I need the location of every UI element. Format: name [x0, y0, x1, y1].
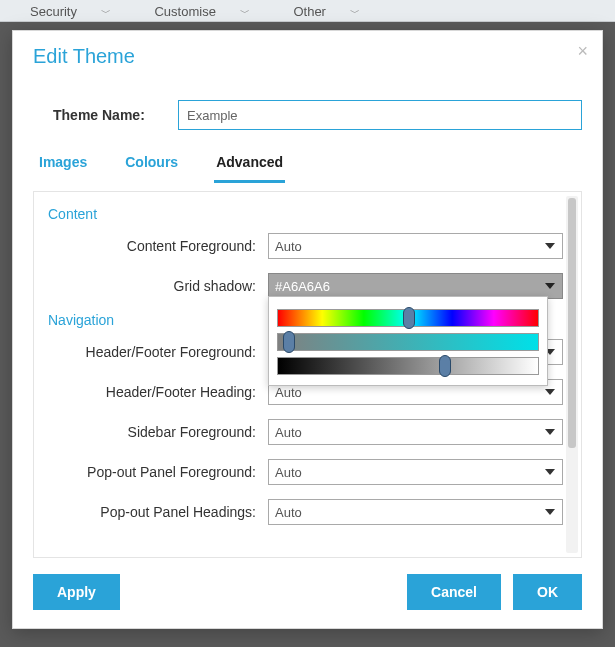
- cancel-button[interactable]: Cancel: [407, 574, 501, 610]
- content-foreground-select[interactable]: Auto: [268, 233, 563, 259]
- ok-button[interactable]: OK: [513, 574, 582, 610]
- dialog-title: Edit Theme: [33, 45, 582, 68]
- field-sidebar-foreground: Sidebar Foreground: Auto: [42, 412, 563, 452]
- scrollbar-thumb[interactable]: [568, 198, 576, 448]
- field-popout-panel-foreground: Pop-out Panel Foreground: Auto: [42, 452, 563, 492]
- popout-panel-foreground-select[interactable]: Auto: [268, 459, 563, 485]
- color-picker-popover: [268, 296, 548, 386]
- lightness-handle[interactable]: [439, 355, 451, 377]
- theme-name-input[interactable]: [178, 100, 582, 130]
- field-label: Grid shadow:: [42, 278, 268, 294]
- edit-theme-dialog: Edit Theme × Theme Name: Images Colours …: [12, 30, 603, 629]
- field-content-foreground: Content Foreground: Auto: [42, 226, 563, 266]
- apply-button[interactable]: Apply: [33, 574, 120, 610]
- popout-panel-headings-select[interactable]: Auto: [268, 499, 563, 525]
- advanced-panel: Content Content Foreground: Auto Grid sh…: [33, 191, 582, 558]
- field-label: Header/Footer Foreground:: [42, 344, 268, 360]
- dialog-body: Theme Name: Images Colours Advanced Cont…: [13, 76, 602, 558]
- tab-colours[interactable]: Colours: [123, 148, 180, 183]
- dialog-header: Edit Theme ×: [13, 31, 602, 76]
- sidebar-foreground-select[interactable]: Auto: [268, 419, 563, 445]
- field-label: Pop-out Panel Foreground:: [42, 464, 268, 480]
- close-icon[interactable]: ×: [577, 41, 588, 62]
- theme-name-row: Theme Name:: [33, 100, 582, 130]
- bg-nav-item: Customise ﹀: [134, 0, 269, 24]
- field-popout-panel-headings: Pop-out Panel Headings: Auto: [42, 492, 563, 532]
- field-label: Pop-out Panel Headings:: [42, 504, 268, 520]
- bg-nav-item: Security ﹀: [10, 0, 131, 24]
- advanced-panel-content: Content Content Foreground: Auto Grid sh…: [34, 192, 581, 557]
- lightness-slider[interactable]: [277, 357, 539, 375]
- field-label: Header/Footer Heading:: [42, 384, 268, 400]
- hue-handle[interactable]: [403, 307, 415, 329]
- field-header-footer-foreground: Header/Footer Foreground: Auto: [42, 332, 563, 372]
- section-heading-content: Content: [42, 200, 563, 226]
- dialog-footer: Apply Cancel OK: [13, 558, 602, 628]
- tabs: Images Colours Advanced: [33, 148, 582, 183]
- saturation-handle[interactable]: [283, 331, 295, 353]
- scrollbar[interactable]: [566, 196, 578, 553]
- field-label: Sidebar Foreground:: [42, 424, 268, 440]
- saturation-slider[interactable]: [277, 333, 539, 351]
- bg-nav-item: Other ﹀: [273, 0, 379, 24]
- hue-slider[interactable]: [277, 309, 539, 327]
- tab-advanced[interactable]: Advanced: [214, 148, 285, 183]
- tab-images[interactable]: Images: [37, 148, 89, 183]
- background-nav: Security ﹀ Customise ﹀ Other ﹀: [0, 0, 615, 22]
- theme-name-label: Theme Name:: [33, 107, 178, 123]
- field-label: Content Foreground:: [42, 238, 268, 254]
